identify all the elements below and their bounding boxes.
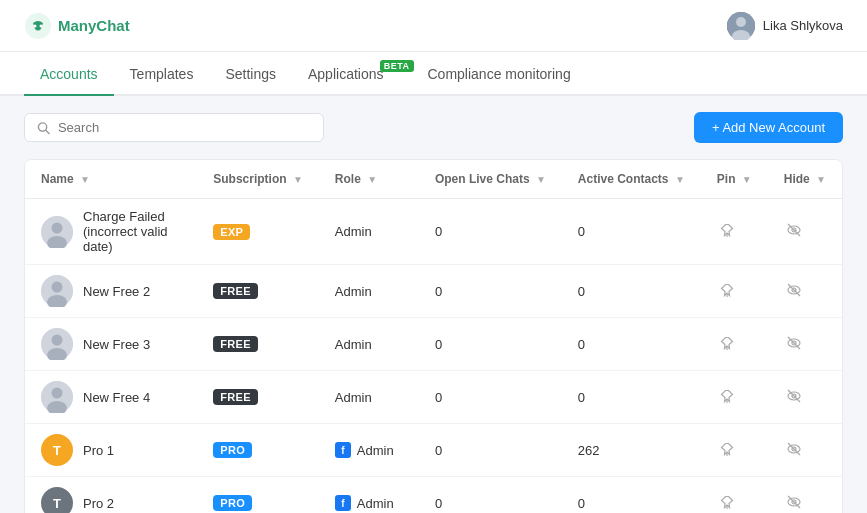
user-area[interactable]: Lika Shlykova: [727, 12, 843, 40]
pin-button[interactable]: [717, 333, 737, 356]
active-contacts-cell: 0: [562, 477, 701, 514]
sort-arrow-pin: ▼: [742, 174, 752, 185]
col-header-name[interactable]: Name ▼: [25, 160, 197, 199]
col-header-role[interactable]: Role ▼: [319, 160, 419, 199]
logo-text: ManyChat: [58, 17, 130, 34]
col-header-hide[interactable]: Hide ▼: [768, 160, 842, 199]
role-label: Admin: [357, 496, 394, 511]
account-name: Charge Failed (incorrect valid date): [83, 209, 181, 254]
col-header-open-live-chats[interactable]: Open Live Chats ▼: [419, 160, 562, 199]
active-contacts-cell: 0: [562, 265, 701, 318]
account-avatar: T: [41, 487, 73, 513]
svg-point-4: [736, 17, 746, 27]
role-label: Admin: [335, 390, 372, 405]
nav-item-accounts[interactable]: Accounts: [24, 52, 114, 96]
subscription-cell: FREE: [197, 318, 319, 371]
hide-button[interactable]: [784, 220, 804, 243]
pin-button[interactable]: [717, 439, 737, 462]
table-header: Name ▼ Subscription ▼ Role ▼ Open Live C…: [25, 160, 842, 199]
account-avatar: [41, 381, 73, 413]
nav-item-compliance[interactable]: Compliance monitoring: [412, 52, 587, 96]
beta-badge: BETA: [380, 60, 414, 72]
account-name: New Free 3: [83, 337, 150, 352]
header: ManyChat Lika Shlykova: [0, 0, 867, 52]
subscription-badge: FREE: [213, 283, 258, 299]
active-contacts-cell: 0: [562, 199, 701, 265]
hide-button[interactable]: [784, 492, 804, 514]
search-box[interactable]: [24, 113, 324, 142]
role-label: Admin: [357, 443, 394, 458]
hide-button[interactable]: [784, 280, 804, 303]
search-input[interactable]: [58, 120, 311, 135]
role-cell-td: Admin: [319, 371, 419, 424]
pin-cell: [701, 371, 768, 424]
name-cell: New Free 3: [25, 318, 197, 371]
open-live-chats-cell: 0: [419, 477, 562, 514]
accounts-table: Name ▼ Subscription ▼ Role ▼ Open Live C…: [24, 159, 843, 513]
account-avatar: T: [41, 434, 73, 466]
svg-point-16: [52, 282, 63, 293]
hide-button[interactable]: [784, 333, 804, 356]
role-cell-td: fAdmin: [319, 424, 419, 477]
col-header-active-contacts[interactable]: Active Contacts ▼: [562, 160, 701, 199]
table-row: New Free 3 FREE Admin 0 0: [25, 318, 842, 371]
sort-arrow-active: ▼: [675, 174, 685, 185]
role-cell: fAdmin: [335, 495, 403, 511]
open-live-chats-cell: 0: [419, 265, 562, 318]
facebook-icon: f: [335, 495, 351, 511]
subscription-cell: PRO: [197, 477, 319, 514]
add-account-button[interactable]: + Add New Account: [694, 112, 843, 143]
col-header-subscription[interactable]: Subscription ▼: [197, 160, 319, 199]
nav-item-applications[interactable]: Applications BETA: [292, 52, 412, 96]
logo[interactable]: ManyChat: [24, 12, 130, 40]
svg-point-9: [52, 222, 63, 233]
account-name: New Free 4: [83, 390, 150, 405]
pin-button[interactable]: [717, 492, 737, 514]
nav-item-settings[interactable]: Settings: [209, 52, 292, 96]
nav-item-templates[interactable]: Templates: [114, 52, 210, 96]
open-live-chats-cell: 0: [419, 371, 562, 424]
subscription-badge: PRO: [213, 495, 252, 511]
account-avatar: [41, 328, 73, 360]
account-name: New Free 2: [83, 284, 150, 299]
name-cell: Charge Failed (incorrect valid date): [25, 199, 197, 265]
name-cell: New Free 4: [25, 371, 197, 424]
table-row: T Pro 2 PRO fAdmin 0 0: [25, 477, 842, 514]
col-header-pin[interactable]: Pin ▼: [701, 160, 768, 199]
name-cell: T Pro 1: [25, 424, 197, 477]
subscription-badge: EXP: [213, 224, 250, 240]
svg-point-23: [52, 335, 63, 346]
sort-arrow-open: ▼: [536, 174, 546, 185]
account-avatar: [41, 216, 73, 248]
account-name: Pro 2: [83, 496, 114, 511]
pin-cell: [701, 424, 768, 477]
hide-cell: [768, 265, 842, 318]
pin-cell: [701, 199, 768, 265]
pin-cell: [701, 477, 768, 514]
toolbar: + Add New Account: [0, 96, 867, 159]
pin-button[interactable]: [717, 220, 737, 243]
hide-button[interactable]: [784, 439, 804, 462]
pin-cell: [701, 318, 768, 371]
svg-point-2: [40, 24, 43, 27]
name-cell: T Pro 2: [25, 477, 197, 514]
subscription-badge: FREE: [213, 336, 258, 352]
avatar: [727, 12, 755, 40]
subscription-badge: PRO: [213, 442, 252, 458]
table-row: Charge Failed (incorrect valid date) EXP…: [25, 199, 842, 265]
subscription-cell: EXP: [197, 199, 319, 265]
open-live-chats-cell: 0: [419, 199, 562, 265]
account-avatar: [41, 275, 73, 307]
pin-cell: [701, 265, 768, 318]
subscription-cell: FREE: [197, 371, 319, 424]
pin-button[interactable]: [717, 280, 737, 303]
hide-button[interactable]: [784, 386, 804, 409]
account-name: Pro 1: [83, 443, 114, 458]
open-live-chats-cell: 0: [419, 318, 562, 371]
open-live-chats-cell: 0: [419, 424, 562, 477]
svg-line-7: [46, 130, 49, 133]
user-name: Lika Shlykova: [763, 18, 843, 33]
pin-button[interactable]: [717, 386, 737, 409]
hide-cell: [768, 424, 842, 477]
nav: Accounts Templates Settings Applications…: [0, 52, 867, 96]
